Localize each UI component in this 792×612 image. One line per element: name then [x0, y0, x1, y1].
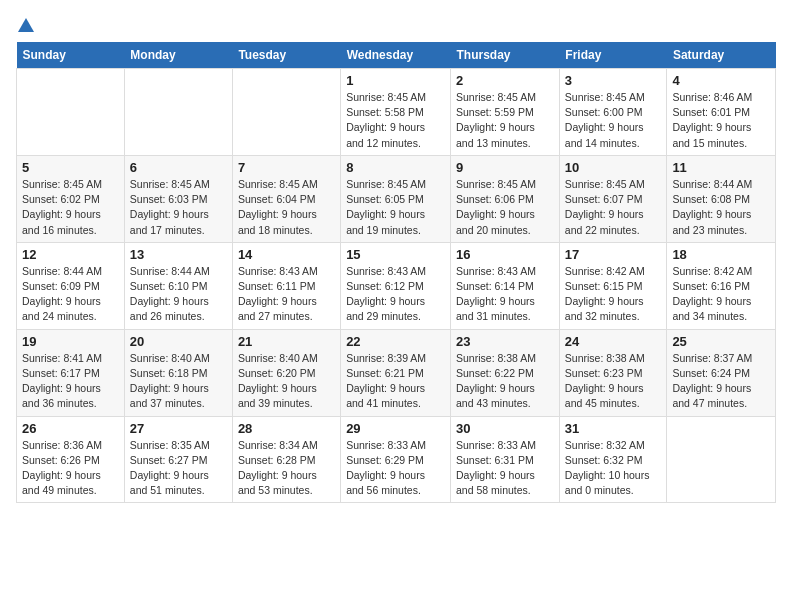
day-number: 5: [22, 160, 119, 175]
day-number: 30: [456, 421, 554, 436]
calendar-cell: [667, 416, 776, 503]
calendar-table: SundayMondayTuesdayWednesdayThursdayFrid…: [16, 42, 776, 503]
day-number: 9: [456, 160, 554, 175]
day-info: Sunrise: 8:43 AMSunset: 6:14 PMDaylight:…: [456, 264, 554, 325]
day-number: 28: [238, 421, 335, 436]
day-info: Sunrise: 8:38 AMSunset: 6:22 PMDaylight:…: [456, 351, 554, 412]
calendar-cell: [232, 69, 340, 156]
calendar-cell: 26Sunrise: 8:36 AMSunset: 6:26 PMDayligh…: [17, 416, 125, 503]
logo: [16, 16, 36, 30]
day-info: Sunrise: 8:39 AMSunset: 6:21 PMDaylight:…: [346, 351, 445, 412]
weekday-header-thursday: Thursday: [451, 42, 560, 69]
day-info: Sunrise: 8:37 AMSunset: 6:24 PMDaylight:…: [672, 351, 770, 412]
calendar-cell: 18Sunrise: 8:42 AMSunset: 6:16 PMDayligh…: [667, 242, 776, 329]
weekday-header-tuesday: Tuesday: [232, 42, 340, 69]
day-info: Sunrise: 8:33 AMSunset: 6:29 PMDaylight:…: [346, 438, 445, 499]
day-info: Sunrise: 8:45 AMSunset: 6:02 PMDaylight:…: [22, 177, 119, 238]
calendar-cell: 11Sunrise: 8:44 AMSunset: 6:08 PMDayligh…: [667, 155, 776, 242]
day-number: 6: [130, 160, 227, 175]
calendar-cell: 21Sunrise: 8:40 AMSunset: 6:20 PMDayligh…: [232, 329, 340, 416]
calendar-cell: 23Sunrise: 8:38 AMSunset: 6:22 PMDayligh…: [451, 329, 560, 416]
day-number: 8: [346, 160, 445, 175]
day-number: 16: [456, 247, 554, 262]
day-info: Sunrise: 8:45 AMSunset: 6:06 PMDaylight:…: [456, 177, 554, 238]
day-info: Sunrise: 8:44 AMSunset: 6:10 PMDaylight:…: [130, 264, 227, 325]
day-info: Sunrise: 8:44 AMSunset: 6:08 PMDaylight:…: [672, 177, 770, 238]
day-number: 14: [238, 247, 335, 262]
calendar-cell: 17Sunrise: 8:42 AMSunset: 6:15 PMDayligh…: [559, 242, 667, 329]
day-info: Sunrise: 8:45 AMSunset: 6:05 PMDaylight:…: [346, 177, 445, 238]
day-info: Sunrise: 8:41 AMSunset: 6:17 PMDaylight:…: [22, 351, 119, 412]
calendar-cell: 16Sunrise: 8:43 AMSunset: 6:14 PMDayligh…: [451, 242, 560, 329]
day-number: 15: [346, 247, 445, 262]
day-info: Sunrise: 8:42 AMSunset: 6:15 PMDaylight:…: [565, 264, 662, 325]
calendar-cell: 3Sunrise: 8:45 AMSunset: 6:00 PMDaylight…: [559, 69, 667, 156]
calendar-cell: 24Sunrise: 8:38 AMSunset: 6:23 PMDayligh…: [559, 329, 667, 416]
weekday-header-sunday: Sunday: [17, 42, 125, 69]
day-info: Sunrise: 8:45 AMSunset: 6:03 PMDaylight:…: [130, 177, 227, 238]
weekday-header-monday: Monday: [124, 42, 232, 69]
day-info: Sunrise: 8:45 AMSunset: 6:00 PMDaylight:…: [565, 90, 662, 151]
calendar-cell: 8Sunrise: 8:45 AMSunset: 6:05 PMDaylight…: [341, 155, 451, 242]
day-number: 2: [456, 73, 554, 88]
page-header: [16, 16, 776, 30]
day-info: Sunrise: 8:40 AMSunset: 6:20 PMDaylight:…: [238, 351, 335, 412]
calendar-week-1: 1Sunrise: 8:45 AMSunset: 5:58 PMDaylight…: [17, 69, 776, 156]
day-number: 23: [456, 334, 554, 349]
calendar-cell: 2Sunrise: 8:45 AMSunset: 5:59 PMDaylight…: [451, 69, 560, 156]
calendar-cell: [17, 69, 125, 156]
day-number: 11: [672, 160, 770, 175]
calendar-cell: 1Sunrise: 8:45 AMSunset: 5:58 PMDaylight…: [341, 69, 451, 156]
day-number: 20: [130, 334, 227, 349]
day-number: 13: [130, 247, 227, 262]
calendar-cell: 5Sunrise: 8:45 AMSunset: 6:02 PMDaylight…: [17, 155, 125, 242]
calendar-cell: 29Sunrise: 8:33 AMSunset: 6:29 PMDayligh…: [341, 416, 451, 503]
day-info: Sunrise: 8:35 AMSunset: 6:27 PMDaylight:…: [130, 438, 227, 499]
calendar-cell: 14Sunrise: 8:43 AMSunset: 6:11 PMDayligh…: [232, 242, 340, 329]
day-info: Sunrise: 8:32 AMSunset: 6:32 PMDaylight:…: [565, 438, 662, 499]
calendar-cell: 15Sunrise: 8:43 AMSunset: 6:12 PMDayligh…: [341, 242, 451, 329]
day-info: Sunrise: 8:34 AMSunset: 6:28 PMDaylight:…: [238, 438, 335, 499]
day-number: 12: [22, 247, 119, 262]
day-info: Sunrise: 8:46 AMSunset: 6:01 PMDaylight:…: [672, 90, 770, 151]
day-number: 10: [565, 160, 662, 175]
calendar-cell: 13Sunrise: 8:44 AMSunset: 6:10 PMDayligh…: [124, 242, 232, 329]
weekday-header-row: SundayMondayTuesdayWednesdayThursdayFrid…: [17, 42, 776, 69]
day-number: 17: [565, 247, 662, 262]
calendar-cell: 28Sunrise: 8:34 AMSunset: 6:28 PMDayligh…: [232, 416, 340, 503]
day-info: Sunrise: 8:36 AMSunset: 6:26 PMDaylight:…: [22, 438, 119, 499]
calendar-cell: 27Sunrise: 8:35 AMSunset: 6:27 PMDayligh…: [124, 416, 232, 503]
day-number: 25: [672, 334, 770, 349]
day-number: 27: [130, 421, 227, 436]
calendar-cell: [124, 69, 232, 156]
calendar-week-5: 26Sunrise: 8:36 AMSunset: 6:26 PMDayligh…: [17, 416, 776, 503]
day-info: Sunrise: 8:43 AMSunset: 6:12 PMDaylight:…: [346, 264, 445, 325]
calendar-cell: 9Sunrise: 8:45 AMSunset: 6:06 PMDaylight…: [451, 155, 560, 242]
calendar-cell: 30Sunrise: 8:33 AMSunset: 6:31 PMDayligh…: [451, 416, 560, 503]
day-number: 18: [672, 247, 770, 262]
svg-marker-0: [18, 18, 34, 32]
calendar-week-3: 12Sunrise: 8:44 AMSunset: 6:09 PMDayligh…: [17, 242, 776, 329]
day-number: 7: [238, 160, 335, 175]
logo-icon: [17, 16, 35, 34]
day-number: 26: [22, 421, 119, 436]
calendar-week-2: 5Sunrise: 8:45 AMSunset: 6:02 PMDaylight…: [17, 155, 776, 242]
weekday-header-saturday: Saturday: [667, 42, 776, 69]
calendar-cell: 25Sunrise: 8:37 AMSunset: 6:24 PMDayligh…: [667, 329, 776, 416]
calendar-week-4: 19Sunrise: 8:41 AMSunset: 6:17 PMDayligh…: [17, 329, 776, 416]
calendar-cell: 22Sunrise: 8:39 AMSunset: 6:21 PMDayligh…: [341, 329, 451, 416]
day-number: 22: [346, 334, 445, 349]
calendar-cell: 19Sunrise: 8:41 AMSunset: 6:17 PMDayligh…: [17, 329, 125, 416]
day-info: Sunrise: 8:45 AMSunset: 5:59 PMDaylight:…: [456, 90, 554, 151]
calendar-cell: 12Sunrise: 8:44 AMSunset: 6:09 PMDayligh…: [17, 242, 125, 329]
calendar-cell: 20Sunrise: 8:40 AMSunset: 6:18 PMDayligh…: [124, 329, 232, 416]
day-number: 31: [565, 421, 662, 436]
calendar-cell: 10Sunrise: 8:45 AMSunset: 6:07 PMDayligh…: [559, 155, 667, 242]
day-info: Sunrise: 8:43 AMSunset: 6:11 PMDaylight:…: [238, 264, 335, 325]
day-info: Sunrise: 8:42 AMSunset: 6:16 PMDaylight:…: [672, 264, 770, 325]
day-number: 21: [238, 334, 335, 349]
day-info: Sunrise: 8:33 AMSunset: 6:31 PMDaylight:…: [456, 438, 554, 499]
day-number: 3: [565, 73, 662, 88]
calendar-cell: 4Sunrise: 8:46 AMSunset: 6:01 PMDaylight…: [667, 69, 776, 156]
day-info: Sunrise: 8:38 AMSunset: 6:23 PMDaylight:…: [565, 351, 662, 412]
